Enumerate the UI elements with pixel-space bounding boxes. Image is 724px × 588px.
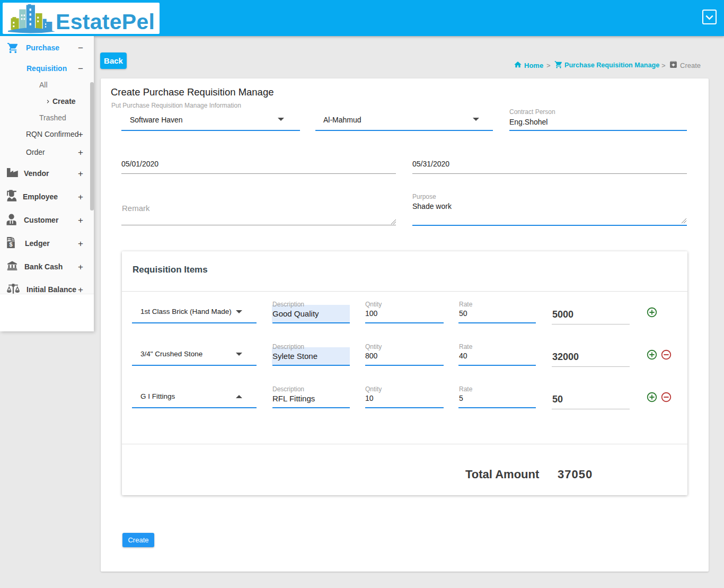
svg-text:$: $ [10,241,13,248]
